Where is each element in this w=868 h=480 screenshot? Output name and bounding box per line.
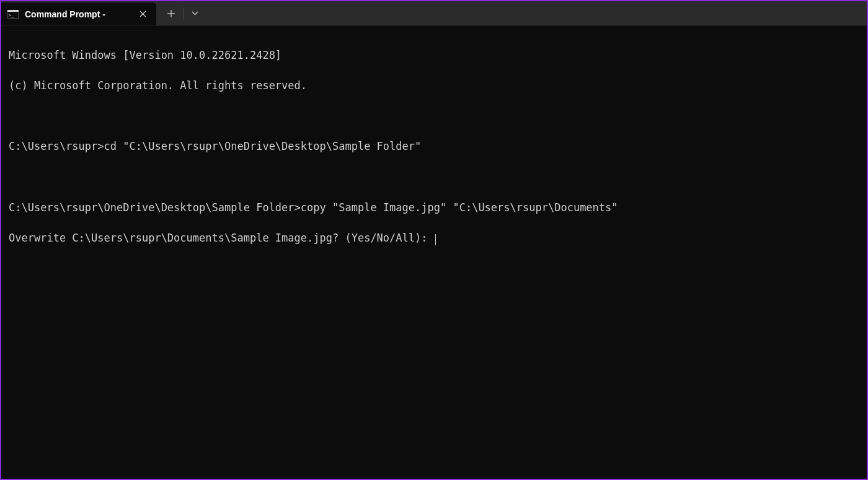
prompt-text: Overwrite C:\Users\rsupr\Documents\Sampl… xyxy=(9,232,434,244)
svg-text:>_: >_ xyxy=(9,13,14,18)
terminal-line: C:\Users\rsupr\OneDrive\Desktop\Sample F… xyxy=(9,200,859,216)
blank-line xyxy=(9,170,859,185)
titlebar-actions xyxy=(156,1,204,25)
terminal-line: Microsoft Windows [Version 10.0.22621.24… xyxy=(9,48,859,63)
terminal-prompt-line: Overwrite C:\Users\rsupr\Documents\Sampl… xyxy=(9,230,859,246)
tab-dropdown-button[interactable] xyxy=(185,4,204,23)
divider xyxy=(184,7,184,20)
tab-title: Command Prompt - xyxy=(25,9,130,19)
cursor xyxy=(435,234,436,246)
terminal-line: (c) Microsoft Corporation. All rights re… xyxy=(9,78,859,94)
active-tab[interactable]: >_ Command Prompt - xyxy=(1,2,156,25)
terminal-line: C:\Users\rsupr>cd "C:\Users\rsupr\OneDri… xyxy=(9,139,859,154)
close-tab-button[interactable] xyxy=(136,8,149,20)
cmd-icon: >_ xyxy=(7,10,19,19)
new-tab-button[interactable] xyxy=(160,4,182,23)
blank-line xyxy=(9,108,859,124)
svg-rect-1 xyxy=(7,10,19,12)
terminal-output[interactable]: Microsoft Windows [Version 10.0.22621.24… xyxy=(1,26,867,479)
titlebar: >_ Command Prompt - xyxy=(1,1,867,26)
terminal-window: >_ Command Prompt - xyxy=(1,1,867,479)
